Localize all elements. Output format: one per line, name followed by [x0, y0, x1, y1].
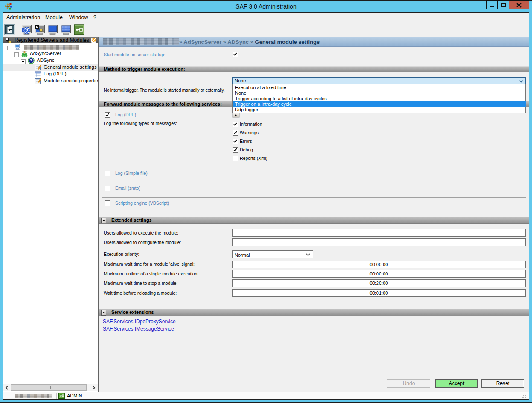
svg-text:?: ? [25, 28, 28, 33]
